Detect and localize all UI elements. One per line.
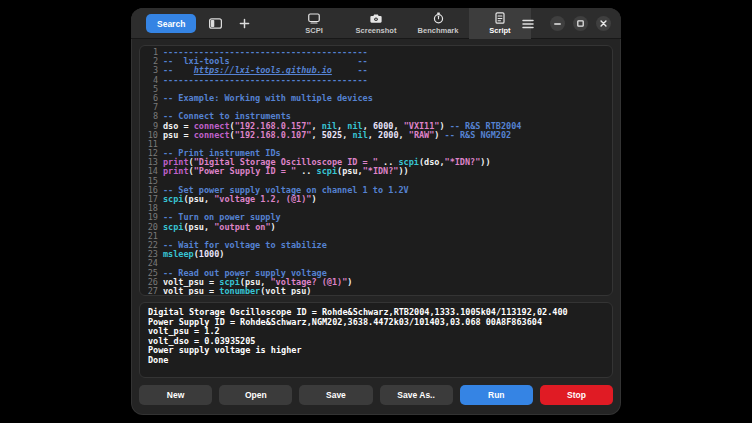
stopwatch-icon — [433, 12, 444, 24]
tab-label: Benchmark — [418, 26, 459, 35]
console-output[interactable]: Digital Storage Oscilloscope ID = Rohde&… — [139, 302, 613, 378]
header-bar: Search SCPIScreenshotBenchmarkScript — [131, 8, 621, 39]
maximize-icon — [576, 19, 585, 28]
document-icon — [495, 12, 505, 24]
close-icon — [599, 19, 608, 28]
code-text: volt_psu = tonumber(volt_psu) — [163, 287, 311, 296]
code-text: psu = connect("192.168.0.107", 5025, nil… — [163, 131, 511, 140]
minimize-button[interactable] — [550, 16, 565, 31]
window-controls — [522, 8, 611, 39]
new-button[interactable]: New — [139, 385, 212, 405]
terminal-icon — [308, 13, 320, 24]
app-window: Search SCPIScreenshotBenchmarkScript — [131, 8, 621, 415]
tab-bar: SCPIScreenshotBenchmarkScript — [283, 8, 531, 39]
save-as-button[interactable]: Save As.. — [380, 385, 453, 405]
plus-icon — [239, 18, 250, 29]
code-text: scpi(psu, "output on") — [163, 223, 276, 232]
menu-icon — [522, 19, 534, 29]
sidebar-toggle-button[interactable] — [205, 14, 225, 34]
code-text: -- Example: Working with multiple device… — [163, 94, 373, 103]
console-line: Done — [148, 356, 604, 366]
code-text: scpi(psu, "voltage 1.2, (@1)") — [163, 195, 317, 204]
tab-label: SCPI — [305, 26, 323, 35]
run-button[interactable]: Run — [460, 385, 533, 405]
tab-label: Screenshot — [356, 26, 397, 35]
add-tab-button[interactable] — [234, 14, 254, 34]
code-line: 10psu = connect("192.168.0.107", 5025, n… — [140, 131, 612, 140]
code-line: 6-- Example: Working with multiple devic… — [140, 94, 612, 103]
maximize-button[interactable] — [573, 16, 588, 31]
tab-label: Script — [489, 26, 510, 35]
code-text: msleep(1000) — [163, 250, 224, 259]
code-line: 17scpi(psu, "voltage 1.2, (@1)") — [140, 195, 612, 204]
tab-benchmark[interactable]: Benchmark — [407, 8, 469, 39]
console-line: Power supply voltage is higher — [148, 346, 604, 356]
code-line: 4---------------------------------------… — [140, 76, 612, 85]
code-line: 20scpi(psu, "output on") — [140, 223, 612, 232]
minimize-icon — [553, 19, 562, 28]
code-line: 14print("Power Supply ID = " .. scpi(psu… — [140, 167, 612, 176]
search-button[interactable]: Search — [146, 14, 196, 33]
stop-button[interactable]: Stop — [540, 385, 613, 405]
tab-screenshot[interactable]: Screenshot — [345, 8, 407, 39]
close-button[interactable] — [596, 16, 611, 31]
camera-icon — [370, 13, 382, 24]
code-text: print("Power Supply ID = " .. scpi(psu,"… — [163, 167, 409, 176]
save-button[interactable]: Save — [299, 385, 372, 405]
code-text: ---------------------------------------- — [163, 76, 368, 85]
action-bar: NewOpenSaveSave As..RunStop — [139, 385, 613, 405]
open-button[interactable]: Open — [219, 385, 292, 405]
tab-scpi[interactable]: SCPI — [283, 8, 345, 39]
sidebar-toggle-icon — [209, 18, 222, 29]
code-line: 23msleep(1000) — [140, 250, 612, 259]
window-body: 1---------------------------------------… — [131, 39, 621, 415]
code-line: 27volt_psu = tonumber(volt_psu) — [140, 287, 612, 296]
line-number: 27 — [140, 287, 158, 296]
main-menu-button[interactable] — [522, 19, 534, 29]
script-editor[interactable]: 1---------------------------------------… — [139, 45, 613, 296]
